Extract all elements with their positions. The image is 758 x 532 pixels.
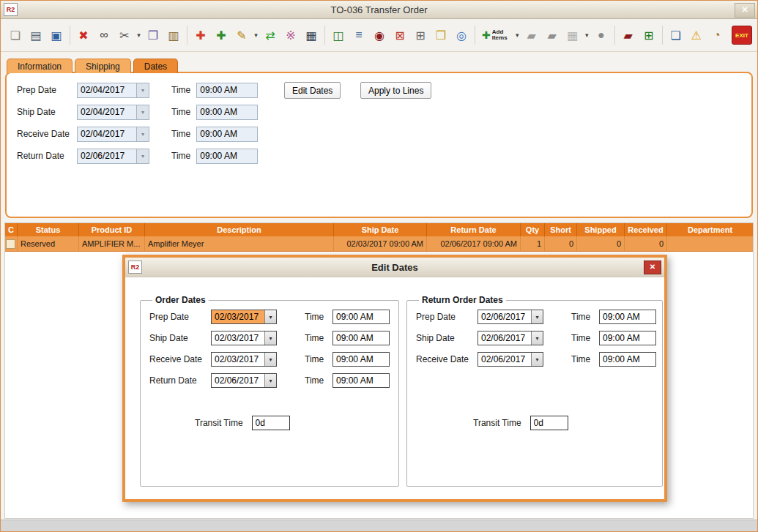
dialog-return-receive-date-combo[interactable]: ▾ <box>478 352 543 367</box>
tab-dates[interactable]: Dates <box>133 59 178 73</box>
add-multiple-icon[interactable]: ✚ <box>212 26 231 45</box>
media-icon[interactable]: ◉ <box>370 26 389 45</box>
dialog-order-return-time-input[interactable] <box>332 373 390 388</box>
chevron-down-icon[interactable]: ▾ <box>264 331 276 345</box>
report-icon[interactable]: ≡ <box>349 26 368 45</box>
dialog-order-receive-date-input[interactable] <box>212 353 264 366</box>
column-header-shipped[interactable]: Shipped <box>577 223 625 236</box>
chevron-down-icon[interactable]: ▾ <box>264 310 276 323</box>
column-header-short[interactable]: Short <box>545 223 577 236</box>
dialog-return-ship-date-input[interactable] <box>478 331 531 345</box>
exit-button[interactable]: EXIT <box>732 26 752 45</box>
refresh-icon[interactable]: ⇄ <box>261 26 280 45</box>
grid-green-icon[interactable]: ⊞ <box>639 26 658 45</box>
apply-to-lines-button[interactable]: Apply to Lines <box>360 82 431 99</box>
find-icon[interactable]: ∞ <box>94 26 114 45</box>
chevron-down-icon[interactable]: ▾ <box>531 353 543 366</box>
delete-icon[interactable]: ✖ <box>74 26 93 45</box>
chevron-down-icon[interactable]: ▾ <box>136 127 149 141</box>
dialog-return-ship-date-combo[interactable]: ▾ <box>478 331 543 345</box>
warning-icon[interactable]: ⚠ <box>687 26 706 45</box>
return-date-combo[interactable]: ▾ <box>77 149 149 164</box>
disc-icon[interactable]: ◎ <box>452 26 471 45</box>
receive-date-input[interactable] <box>78 127 136 141</box>
chevron-down-icon[interactable]: ▾ <box>264 374 276 387</box>
remove-document-icon[interactable]: ⊠ <box>390 26 409 45</box>
cut-icon[interactable]: ✂ <box>115 26 134 45</box>
grid-options-dropdown[interactable]: ▾ <box>583 26 591 44</box>
edit-notes-icon[interactable]: ✎ <box>232 26 251 45</box>
grid-disabled-icon[interactable]: ▦ <box>563 26 582 45</box>
save-icon[interactable]: ▣ <box>47 26 66 45</box>
chevron-down-icon[interactable]: ▾ <box>531 331 543 345</box>
dialog-return-prep-date-input[interactable] <box>478 310 531 323</box>
grouping-icon[interactable]: ※ <box>281 26 300 45</box>
order-transit-time-input[interactable] <box>252 416 290 430</box>
container-icon[interactable]: ▰ <box>543 26 562 45</box>
dialog-order-prep-time-input[interactable] <box>332 310 390 324</box>
dialog-order-ship-time-input[interactable] <box>332 331 390 345</box>
return-date-input[interactable] <box>78 149 136 163</box>
return-transit-time-input[interactable] <box>530 416 568 430</box>
dialog-order-receive-time-input[interactable] <box>332 352 390 367</box>
ship-date-input[interactable] <box>78 105 136 119</box>
row-select-cell[interactable] <box>5 236 18 251</box>
add-items-dropdown[interactable]: ▾ <box>513 26 521 44</box>
tab-information[interactable]: Information <box>7 59 73 73</box>
dialog-order-prep-date-combo[interactable]: ▾ <box>211 310 277 324</box>
paste-icon[interactable]: ▥ <box>164 26 183 45</box>
chevron-down-icon[interactable]: ▾ <box>136 149 149 163</box>
chevron-down-icon[interactable]: ▾ <box>531 310 543 323</box>
prep-date-combo[interactable]: ▾ <box>77 83 149 98</box>
dialog-order-ship-date-combo[interactable]: ▾ <box>211 331 277 345</box>
column-header-department[interactable]: Department <box>667 223 753 236</box>
return-time-input[interactable] <box>196 149 258 164</box>
dialog-return-receive-date-input[interactable] <box>478 353 531 366</box>
dialog-order-return-date-combo[interactable]: ▾ <box>211 373 277 388</box>
dialog-return-prep-time-input[interactable] <box>599 310 656 324</box>
add-item-icon[interactable]: ✚ <box>191 26 210 45</box>
notes-options-dropdown[interactable]: ▾ <box>252 26 260 44</box>
dialog-return-prep-date-combo[interactable]: ▾ <box>478 310 543 324</box>
tab-shipping[interactable]: Shipping <box>75 59 131 73</box>
chevron-down-icon[interactable]: ▾ <box>136 105 149 119</box>
column-header-qty[interactable]: Qty <box>521 223 545 236</box>
add-items-button[interactable]: ✚Add Items <box>479 26 513 45</box>
column-header-ship-date[interactable]: Ship Date <box>334 223 427 236</box>
rock-icon[interactable]: ● <box>592 26 611 45</box>
chevron-down-icon[interactable]: ▾ <box>136 83 149 97</box>
prep-date-input[interactable] <box>78 83 136 97</box>
prep-time-input[interactable] <box>196 83 258 98</box>
edit-dates-button[interactable]: Edit Dates <box>284 82 341 99</box>
column-header-status[interactable]: Status <box>18 223 79 236</box>
dialog-close-button[interactable]: ✕ <box>644 261 661 274</box>
package-icon[interactable]: ◫ <box>329 26 348 45</box>
receive-date-combo[interactable]: ▾ <box>77 127 149 142</box>
column-header-c[interactable]: C <box>5 223 18 236</box>
close-button[interactable]: ✕ <box>735 3 755 18</box>
cut-options-dropdown[interactable]: ▾ <box>135 26 143 44</box>
new-document-icon[interactable]: ❏ <box>6 26 25 45</box>
dialog-order-ship-date-input[interactable] <box>212 331 264 345</box>
dialog-return-receive-time-input[interactable] <box>599 352 656 367</box>
receive-time-input[interactable] <box>196 127 258 142</box>
chevron-down-icon[interactable]: ▾ <box>264 353 276 366</box>
transfer-truck-icon[interactable]: ▰ <box>619 26 638 45</box>
ship-truck-icon[interactable]: ▰ <box>522 26 541 45</box>
column-header-received[interactable]: Received <box>625 223 667 236</box>
document-icon[interactable]: ❏ <box>666 26 685 45</box>
column-header-return-date[interactable]: Return Date <box>427 223 521 236</box>
dialog-order-prep-date-input[interactable] <box>212 310 264 323</box>
column-header-product-id[interactable]: Product ID <box>79 223 145 236</box>
dialog-order-return-date-input[interactable] <box>212 374 264 387</box>
copy-icon[interactable]: ❐ <box>144 26 163 45</box>
calculator-icon[interactable]: ▦ <box>302 26 321 45</box>
dialog-order-receive-date-combo[interactable]: ▾ <box>211 352 277 367</box>
schedule-icon[interactable]: ⊞ <box>411 26 430 45</box>
ship-time-input[interactable] <box>196 105 258 120</box>
column-header-description[interactable]: Description <box>145 223 334 236</box>
timestamp-icon[interactable]: ◔ <box>707 26 727 45</box>
print-icon[interactable]: ▤ <box>26 26 45 45</box>
gift-icon[interactable]: ❒ <box>431 26 450 45</box>
dialog-return-ship-time-input[interactable] <box>599 331 656 345</box>
